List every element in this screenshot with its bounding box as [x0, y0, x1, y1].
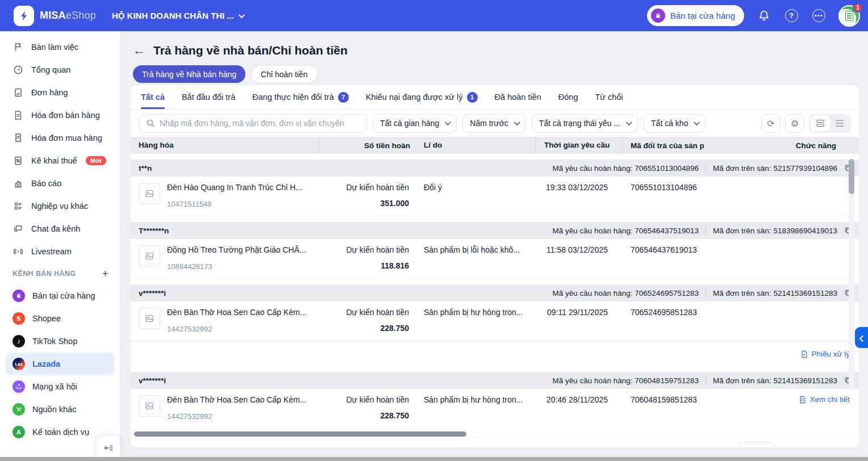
search-box[interactable] [139, 114, 367, 133]
next-page-button[interactable]: › [834, 447, 836, 448]
user-avatar[interactable]: 1 [838, 5, 860, 27]
list-view-toggle[interactable] [830, 116, 849, 131]
tab-return-started[interactable]: Bắt đầu đổi trả [182, 85, 235, 109]
product-thumbnail [139, 245, 160, 267]
product-thumbnail [139, 395, 160, 417]
sidebar-item-tax-declaration[interactable]: Kê khai thuế Mới [0, 149, 120, 172]
sidebar-channel-shopee[interactable]: S Shopee [0, 307, 120, 330]
sidebar-item-omnichannel-chat[interactable]: Chat đa kênh [0, 217, 120, 240]
sidebar-channel-other-sources[interactable]: Nguồn khác [0, 398, 120, 421]
notifications-bell-icon[interactable] [757, 9, 771, 23]
filter-store-dropdown[interactable]: Tất cả gian hàng [373, 114, 457, 133]
tab-return-in-progress[interactable]: Đang thực hiện đổi trả7 [252, 85, 349, 109]
tab-refunded[interactable]: Đã hoàn tiền [495, 85, 541, 109]
view-toggle [809, 114, 851, 133]
table-row[interactable]: Đèn Hào Quang In Tranh Trúc Chỉ H... 104… [131, 177, 859, 216]
tab-complaint-processing[interactable]: Khiếu nại đang được xử lý1 [366, 85, 478, 109]
group-header: t**n Mã yêu cầu hoàn hàng: 7065510130048… [131, 160, 859, 177]
help-icon[interactable]: ? [784, 9, 799, 23]
last-page-button[interactable]: ›| [846, 447, 850, 448]
refresh-button[interactable]: ⟳ [761, 114, 781, 133]
group-header: v*******i Mã yêu cầu hoàn hàng: 70652469… [131, 284, 859, 301]
filter-status-dropdown[interactable]: Tất cả trạng thái yêu ... [532, 114, 638, 133]
sidebar-channel-lazada[interactable]: Laz Lazada [6, 353, 114, 375]
refund-amount: 228.750 [319, 411, 409, 420]
misa-logo-icon[interactable] [14, 6, 34, 26]
settings-gear-button[interactable]: ⚙ [785, 114, 804, 133]
group-header: v*******i Mã yêu cầu hoàn hàng: 70604815… [131, 372, 859, 389]
product-name: Đồng Hồ Treo Tường Phật Giáo CHÂ... [167, 245, 306, 254]
product-thumbnail [139, 183, 160, 204]
refund-label: Dự kiến hoàn tiền [319, 308, 409, 317]
chevron-down-icon [445, 119, 451, 125]
table-row[interactable]: Đồng Hồ Treo Tường Phật Giáo CHÂ... 1068… [131, 239, 859, 279]
pos-store-button[interactable]: Bán tại cửa hàng [647, 5, 744, 26]
table-row[interactable]: Đèn Bàn Thờ Hoa Sen Cao Cấp Kèm... 14427… [131, 389, 859, 428]
tab-rejected[interactable]: Từ chối [595, 85, 623, 109]
col-product: Hàng hóa [131, 137, 319, 154]
horizontal-scrollbar-thumb[interactable] [134, 431, 466, 437]
store-selector[interactable]: HỘ KINH DOANH CHÂN THI ... [112, 11, 243, 20]
tab-closed[interactable]: Đóng [558, 85, 578, 109]
order-code: 521415369151283 [773, 376, 837, 385]
refund-amount: 228.750 [319, 324, 409, 333]
sidebar-item-livestream[interactable]: Livestream [0, 240, 120, 263]
store-name: HỘ KINH DOANH CHÂN THI ... [112, 11, 234, 20]
flag-icon [12, 41, 24, 53]
product-sku: 14427532992 [167, 412, 307, 421]
request-time: 11:58 03/12/2025 [536, 245, 623, 254]
sidebar-item-purchase-invoices[interactable]: Hóa đơn mua hàng [0, 127, 120, 149]
col-refund: Số tiền hoàn [319, 141, 416, 150]
gauge-icon [12, 64, 24, 76]
sidebar-item-reports[interactable]: Báo cáo [0, 172, 120, 195]
add-channel-button[interactable]: + [102, 268, 108, 280]
sidebar-channel-pos[interactable]: Bán tại cửa hàng [0, 284, 120, 307]
pill-return-to-seller[interactable]: Trả hàng về Nhà bán hàng [133, 65, 245, 83]
filter-time-dropdown[interactable]: Năm trước [462, 114, 526, 133]
request-code: 706524695751283 [635, 289, 699, 297]
sidebar-channel-social[interactable]: Mạng xã hội [0, 375, 120, 398]
more-menu-icon[interactable]: ⋯ [811, 9, 826, 23]
per-page-select[interactable]: 50 [740, 442, 774, 447]
chart-icon [12, 178, 24, 189]
document-icon [799, 396, 806, 404]
sidebar-item-orders[interactable]: Đơn hàng [0, 81, 120, 104]
filter-warehouse-dropdown[interactable]: Tất cả kho [644, 114, 706, 133]
product-sku: 10684428173 [167, 262, 306, 271]
side-panel-expand-tab[interactable] [855, 327, 868, 348]
chevron-down-icon [239, 11, 245, 18]
sidebar-item-sales-invoices[interactable]: Hóa đơn bán hàng [0, 104, 120, 127]
sidebar-channel-tiktok[interactable]: ♪ TikTok Shop [0, 330, 120, 353]
group-footer: Phiếu xử lý [131, 341, 859, 366]
live-icon [12, 246, 24, 257]
col-return-code: Mã đổi trả của sản p [623, 141, 731, 150]
order-icon [12, 87, 24, 98]
table-body: t**n Mã yêu cầu hoàn hàng: 7065510130048… [131, 154, 859, 428]
tax-icon [12, 155, 24, 166]
view-details-link[interactable]: Xem chi tiết [799, 395, 850, 404]
first-page-button[interactable]: |‹ [808, 447, 811, 448]
back-button[interactable]: ← [133, 44, 145, 57]
table-row[interactable]: Đèn Bàn Thờ Hoa Sen Cao Cấp Kèm... 14427… [131, 301, 859, 341]
table-footer: Tổng số: 28 Số bản ghi trên trang 50 1 -… [131, 437, 859, 447]
pill-refund-only[interactable]: Chỉ hoàn tiền [251, 65, 318, 83]
product-return-code: 706551013104896 [623, 183, 731, 192]
sidebar-item-overview[interactable]: Tổng quan [0, 58, 120, 81]
return-group: v*******i Mã yêu cầu hoàn hàng: 70652469… [131, 284, 859, 366]
processing-slip-link[interactable]: Phiếu xử lý [800, 350, 850, 358]
app-window: MISAeShop HỘ KINH DOANH CHÂN THI ... Bán… [0, 0, 868, 461]
window-horizontal-scrollbar[interactable] [0, 457, 868, 461]
sales-channels-section: KÊNH BÁN HÀNG + [0, 263, 120, 284]
request-code: 706048159751283 [635, 376, 699, 385]
prev-page-button[interactable]: ‹ [821, 447, 824, 448]
tab-all[interactable]: Tất cả [141, 85, 165, 109]
collapse-sidebar-button[interactable] [97, 436, 120, 460]
sidebar-item-workspace[interactable]: Bàn làm việc [0, 36, 120, 58]
request-code: 706546437519013 [635, 227, 699, 235]
sidebar-item-other-operations[interactable]: Nghiệp vụ khác [0, 195, 120, 217]
card-view-toggle[interactable] [811, 116, 830, 131]
pos-channel-icon [12, 290, 25, 302]
vertical-scrollbar-thumb[interactable] [849, 159, 854, 194]
vertical-scrollbar [849, 159, 854, 391]
search-input[interactable] [160, 119, 360, 128]
